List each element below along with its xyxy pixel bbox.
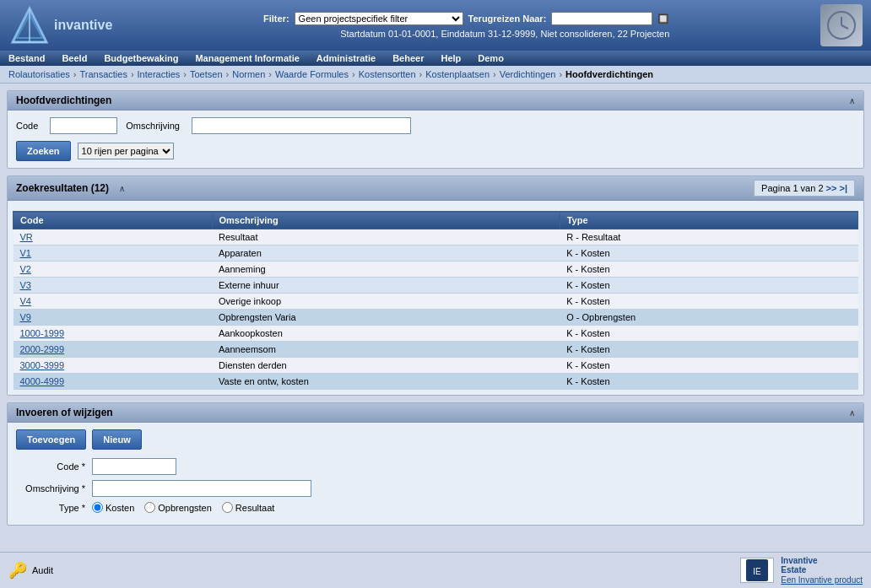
header-logo-right (820, 4, 863, 46)
invoer-panel-title: Invoeren of wijzigen (16, 407, 113, 418)
invoer-panel: Invoeren of wijzigen Toevoegen Nieuw Cod… (7, 402, 864, 526)
invoer-omschrijving-label: Omschrijving * (16, 483, 92, 494)
code-link[interactable]: V3 (20, 280, 31, 290)
search-actions: Zoeken 10 rijen per pagina25 rijen per p… (16, 141, 855, 161)
type-kosten-radio[interactable] (92, 502, 103, 513)
breadcrumb-interacties[interactable]: Interacties (138, 69, 181, 79)
breadcrumb-kostensortten[interactable]: Kostensortten (359, 69, 416, 79)
pagination-next[interactable]: >> (826, 183, 837, 193)
breadcrumb-transacties[interactable]: Transacties (79, 69, 127, 79)
nav-bestand[interactable]: Bestand (8, 53, 45, 63)
table-row: 4000-4999Vaste en ontw, kostenK - Kosten (14, 374, 858, 390)
cell-code: V4 (14, 294, 213, 310)
omschrijving-search-input[interactable] (192, 117, 411, 134)
app-name: invantive (54, 18, 112, 33)
invoer-code-row: Code * (16, 458, 855, 475)
search-panel-collapse[interactable] (846, 96, 855, 105)
brand-line1: Invantive (781, 556, 863, 565)
breadcrumb-verdichtingen[interactable]: Verdichtingen (500, 69, 556, 79)
code-link[interactable]: V9 (20, 312, 31, 322)
cell-code: V1 (14, 245, 213, 262)
cell-code: V2 (14, 262, 213, 278)
invoer-buttons: Toevoegen Nieuw (16, 429, 855, 450)
startdatum-row: Startdatum 01-01-0001, Einddatum 31-12-9… (340, 29, 669, 39)
cell-omschrijving: Aanneemsom (212, 342, 560, 358)
nav-beheer[interactable]: Beheer (392, 53, 424, 63)
search-panel-header: Hoofdverdichtingen (8, 91, 863, 111)
nav-help[interactable]: Help (441, 53, 461, 63)
invoer-omschrijving-input[interactable] (92, 480, 311, 497)
cell-omschrijving: Externe inhuur (212, 278, 560, 294)
main-navbar: Bestand Beeld Budgetbewaking Management … (0, 51, 871, 66)
code-input[interactable] (50, 117, 117, 134)
nav-beeld[interactable]: Beeld (62, 53, 87, 63)
logo-icon (8, 4, 51, 46)
cell-type: K - Kosten (560, 245, 857, 262)
type-opbrengsten-label[interactable]: Opbrengsten (144, 502, 212, 513)
audit-link[interactable]: 🔑 Audit (8, 561, 53, 580)
zoeken-button[interactable]: Zoeken (16, 141, 71, 161)
cell-omschrijving: Diensten derden (212, 358, 560, 374)
invoer-code-input[interactable] (92, 458, 176, 475)
breadcrumb-toetsen[interactable]: Toetsen (190, 69, 223, 79)
brand-link[interactable]: Een Invantive product (781, 575, 863, 585)
type-opbrengsten-text: Opbrengsten (158, 503, 212, 513)
brand-logo-box: IE (740, 558, 774, 583)
cell-code: 4000-4999 (14, 374, 213, 390)
type-opbrengsten-radio[interactable] (144, 502, 155, 513)
cell-type: K - Kosten (560, 262, 857, 278)
results-panel-header: Zoekresultaten (12) Pagina 1 van 2 >> >| (8, 176, 863, 201)
nav-management-informatie[interactable]: Management Informatie (195, 53, 299, 63)
breadcrumb-normen[interactable]: Normen (232, 69, 265, 79)
table-row: V4Overige inkoopK - Kosten (14, 294, 858, 310)
invoer-panel-collapse[interactable] (846, 408, 855, 418)
omschrijving-label: Omschrijving (126, 121, 180, 131)
nav-demo[interactable]: Demo (478, 53, 504, 63)
code-link[interactable]: 1000-1999 (20, 328, 65, 338)
invoer-omschrijving-row: Omschrijving * (16, 480, 855, 497)
cell-omschrijving: Resultaat (212, 229, 560, 245)
col-header-type: Type (560, 212, 857, 229)
search-form: Code Omschrijving (16, 117, 855, 134)
cell-type: K - Kosten (560, 358, 857, 374)
type-resultaat-radio[interactable] (222, 502, 233, 513)
pagination-last[interactable]: >| (839, 183, 847, 193)
nav-budgetbewaking[interactable]: Budgetbewaking (104, 53, 178, 63)
breadcrumb-rolautorisaties[interactable]: Rolautorisaties (8, 69, 70, 79)
code-link[interactable]: V1 (20, 248, 31, 258)
terug-input[interactable] (551, 12, 652, 25)
app-header: invantive Filter: Geen projectspecifiek … (0, 0, 871, 51)
code-link[interactable]: V2 (20, 264, 31, 274)
app-footer: 🔑 Audit IE Invantive Estate Een Invantiv… (0, 552, 871, 588)
table-row: 2000-2999AanneemsomK - Kosten (14, 342, 858, 358)
pagination-box: Pagina 1 van 2 >> >| (754, 180, 855, 197)
nav-administratie[interactable]: Administratie (316, 53, 376, 63)
breadcrumb-waarde-formules[interactable]: Waarde Formules (275, 69, 349, 79)
table-row: V3Externe inhuurK - Kosten (14, 278, 858, 294)
invoer-type-label: Type * (16, 503, 92, 513)
table-row: V1ApparatenK - Kosten (14, 245, 858, 262)
results-table-body: VRResultaatR - ResultaatV1ApparatenK - K… (14, 229, 858, 390)
toevoegen-button[interactable]: Toevoegen (16, 429, 86, 450)
type-resultaat-label[interactable]: Resultaat (222, 502, 274, 513)
cell-omschrijving: Aanneming (212, 262, 560, 278)
nieuw-button[interactable]: Nieuw (92, 429, 141, 450)
type-kosten-label[interactable]: Kosten (92, 502, 134, 513)
table-row: 3000-3999Diensten derdenK - Kosten (14, 358, 858, 374)
results-panel-collapse[interactable] (116, 184, 125, 193)
code-link[interactable]: V4 (20, 296, 31, 306)
cell-omschrijving: Opbrengsten Varia (212, 310, 560, 326)
filter-select[interactable]: Geen projectspecifiek filter (295, 12, 463, 25)
code-link[interactable]: 3000-3999 (20, 360, 65, 370)
cell-code: 1000-1999 (14, 326, 213, 342)
type-resultaat-text: Resultaat (235, 503, 274, 513)
cell-omschrijving: Vaste en ontw, kosten (212, 374, 560, 390)
code-link[interactable]: VR (20, 232, 33, 242)
terug-icon[interactable]: 🔲 (657, 13, 669, 24)
cell-type: O - Opbrengsten (560, 310, 857, 326)
table-row: 1000-1999AankoopkostenK - Kosten (14, 326, 858, 342)
code-link[interactable]: 2000-2999 (20, 344, 65, 354)
breadcrumb-kostenplaatsen[interactable]: Kostenplaatsen (425, 69, 490, 79)
per-page-select[interactable]: 10 rijen per pagina25 rijen per pagina50… (78, 143, 174, 159)
code-link[interactable]: 4000-4999 (20, 376, 65, 386)
